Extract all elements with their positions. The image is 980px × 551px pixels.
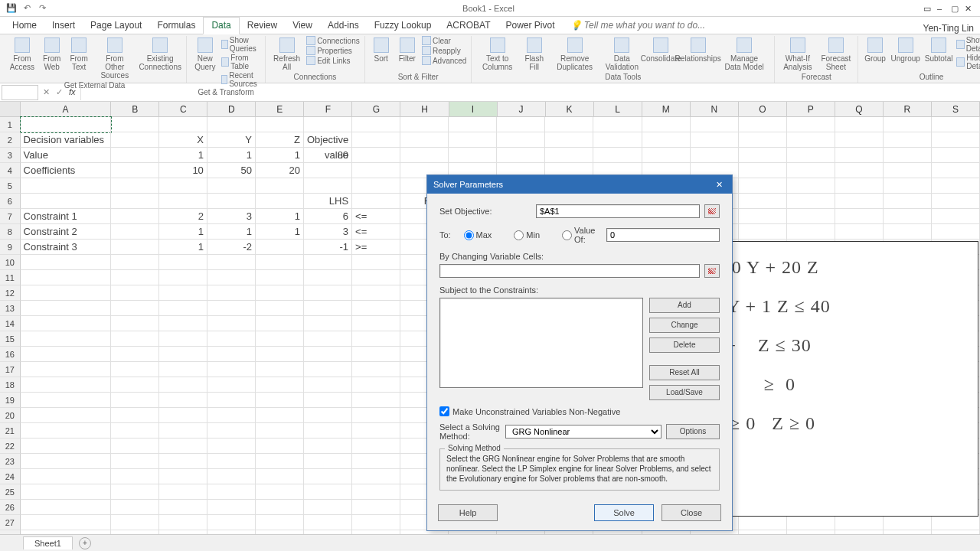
cell[interactable]: 1 bbox=[159, 148, 207, 163]
minimize-icon[interactable]: – bbox=[937, 4, 946, 13]
row-header[interactable]: 8 bbox=[0, 224, 21, 240]
cell[interactable] bbox=[787, 132, 835, 148]
help-button[interactable]: Help bbox=[438, 504, 498, 521]
cell[interactable] bbox=[352, 285, 400, 301]
relationships-button[interactable]: Relationships bbox=[680, 36, 716, 64]
cell[interactable] bbox=[304, 316, 352, 331]
cell[interactable] bbox=[159, 500, 207, 515]
cell[interactable] bbox=[111, 194, 159, 209]
cell[interactable] bbox=[304, 484, 352, 500]
column-header[interactable]: A bbox=[21, 102, 111, 116]
column-header[interactable]: C bbox=[159, 102, 207, 116]
cell[interactable] bbox=[304, 331, 352, 347]
cell[interactable] bbox=[256, 500, 304, 515]
cell[interactable] bbox=[111, 454, 159, 469]
refresh-all-button[interactable]: Refresh All bbox=[270, 36, 303, 73]
cell[interactable] bbox=[352, 255, 400, 270]
cell[interactable] bbox=[207, 347, 256, 362]
cell[interactable] bbox=[159, 393, 207, 408]
cell[interactable] bbox=[642, 148, 691, 163]
cell[interactable] bbox=[352, 377, 400, 393]
range-picker-icon[interactable] bbox=[704, 264, 720, 278]
tab-acrobat[interactable]: ACROBAT bbox=[439, 18, 498, 34]
cell[interactable] bbox=[111, 117, 159, 132]
options-button[interactable]: Options bbox=[666, 424, 720, 439]
cell[interactable] bbox=[304, 423, 352, 439]
cell[interactable] bbox=[111, 439, 159, 454]
row-header[interactable]: 24 bbox=[0, 469, 21, 484]
cell[interactable] bbox=[21, 515, 111, 530]
from-other-button[interactable]: From Other Sources bbox=[93, 36, 136, 81]
add-button[interactable]: Add bbox=[649, 298, 720, 313]
cell[interactable] bbox=[352, 484, 400, 500]
cell[interactable] bbox=[21, 484, 111, 500]
tab-home[interactable]: Home bbox=[5, 18, 44, 34]
cell[interactable] bbox=[207, 362, 256, 377]
cell[interactable] bbox=[159, 439, 207, 454]
cell[interactable] bbox=[352, 178, 400, 194]
cell[interactable] bbox=[159, 117, 207, 132]
cell[interactable]: 1 bbox=[207, 224, 256, 240]
row-header[interactable]: 23 bbox=[0, 454, 21, 469]
from-web-button[interactable]: From Web bbox=[40, 36, 64, 73]
cell[interactable] bbox=[304, 439, 352, 454]
cell[interactable] bbox=[932, 224, 980, 240]
cell[interactable] bbox=[352, 148, 400, 163]
cell[interactable] bbox=[545, 148, 593, 163]
cell[interactable] bbox=[739, 178, 787, 194]
from-text-button[interactable]: From Text bbox=[67, 36, 91, 73]
cell[interactable] bbox=[449, 117, 497, 132]
column-header[interactable]: K bbox=[546, 102, 594, 116]
cell[interactable] bbox=[449, 132, 497, 148]
row-header[interactable]: 11 bbox=[0, 270, 21, 285]
cell[interactable] bbox=[304, 285, 352, 301]
cell[interactable] bbox=[400, 117, 449, 132]
cell[interactable] bbox=[159, 484, 207, 500]
cell[interactable] bbox=[111, 240, 159, 255]
cell[interactable] bbox=[835, 148, 884, 163]
ribbon-options-icon[interactable]: ▭ bbox=[923, 4, 933, 13]
nonnegative-checkbox[interactable]: Make Unconstrained Variables Non-Negativ… bbox=[439, 406, 720, 416]
column-header[interactable]: I bbox=[449, 102, 498, 116]
manage-data-model-button[interactable]: Manage Data Model bbox=[719, 36, 769, 73]
cell[interactable] bbox=[111, 500, 159, 515]
cell[interactable] bbox=[111, 515, 159, 530]
cell[interactable] bbox=[256, 194, 304, 209]
whatif-button[interactable]: What-If Analysis bbox=[779, 36, 815, 73]
undo-icon[interactable]: ↶ bbox=[21, 3, 32, 14]
cell[interactable] bbox=[304, 117, 352, 132]
cell[interactable] bbox=[207, 331, 256, 347]
cell[interactable] bbox=[304, 163, 352, 178]
cell[interactable] bbox=[256, 347, 304, 362]
row-header[interactable]: 15 bbox=[0, 331, 21, 347]
column-header[interactable]: S bbox=[932, 102, 980, 116]
connections-button[interactable]: Connections bbox=[306, 36, 360, 45]
cell[interactable] bbox=[739, 515, 787, 530]
cell[interactable] bbox=[111, 163, 159, 178]
delete-button[interactable]: Delete bbox=[649, 337, 720, 353]
cell[interactable] bbox=[159, 316, 207, 331]
remove-duplicates-button[interactable]: Remove Duplicates bbox=[550, 36, 599, 73]
cell[interactable] bbox=[932, 515, 980, 530]
close-button[interactable]: Close bbox=[662, 504, 721, 521]
cell[interactable] bbox=[787, 515, 835, 530]
cell[interactable] bbox=[21, 194, 111, 209]
cell[interactable] bbox=[787, 194, 835, 209]
row-header[interactable]: 26 bbox=[0, 500, 21, 515]
column-header[interactable]: O bbox=[739, 102, 787, 116]
cell[interactable] bbox=[111, 362, 159, 377]
cell[interactable] bbox=[159, 255, 207, 270]
cell[interactable] bbox=[835, 117, 884, 132]
tab-view[interactable]: View bbox=[285, 18, 320, 34]
cell[interactable]: 1 bbox=[159, 224, 207, 240]
row-header[interactable]: 20 bbox=[0, 408, 21, 423]
cell[interactable] bbox=[111, 347, 159, 362]
cell[interactable] bbox=[304, 362, 352, 377]
cell[interactable] bbox=[111, 209, 159, 224]
cell[interactable] bbox=[884, 224, 932, 240]
cell[interactable] bbox=[642, 132, 691, 148]
cell[interactable] bbox=[304, 178, 352, 194]
cell[interactable] bbox=[691, 148, 739, 163]
cell[interactable] bbox=[787, 224, 835, 240]
cell[interactable] bbox=[21, 285, 111, 301]
